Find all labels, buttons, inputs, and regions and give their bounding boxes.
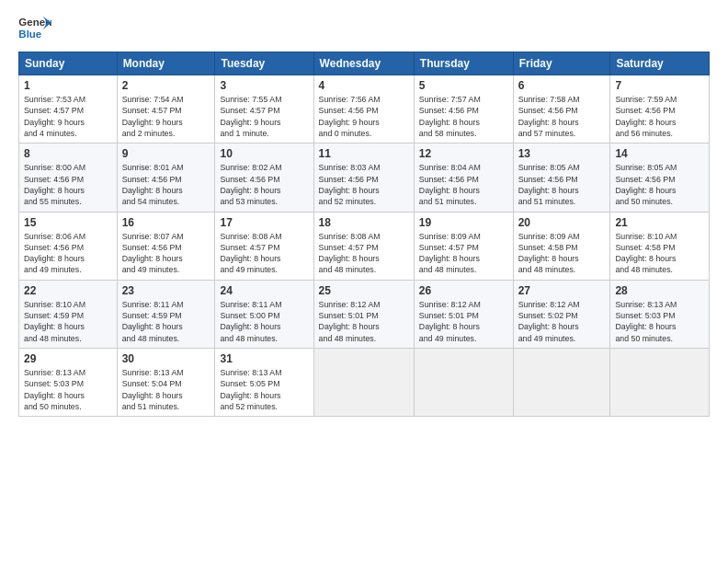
day-number: 24 xyxy=(220,284,308,297)
day-number: 12 xyxy=(419,147,508,160)
day-info: Sunrise: 8:13 AM Sunset: 5:04 PM Dayligh… xyxy=(122,367,210,412)
calendar-cell: 12Sunrise: 8:04 AM Sunset: 4:56 PM Dayli… xyxy=(414,144,513,212)
day-info: Sunrise: 8:13 AM Sunset: 5:03 PM Dayligh… xyxy=(615,299,704,344)
calendar-cell: 17Sunrise: 8:08 AM Sunset: 4:57 PM Dayli… xyxy=(215,212,313,280)
day-number: 5 xyxy=(419,79,508,92)
weekday-header: Thursday xyxy=(414,52,513,75)
calendar-cell: 10Sunrise: 8:02 AM Sunset: 4:56 PM Dayli… xyxy=(215,144,313,212)
calendar-table: SundayMondayTuesdayWednesdayThursdayFrid… xyxy=(18,52,710,417)
calendar-cell: 23Sunrise: 8:11 AM Sunset: 4:59 PM Dayli… xyxy=(117,280,215,348)
logo: General Blue xyxy=(18,15,51,42)
calendar-cell: 8Sunrise: 8:00 AM Sunset: 4:56 PM Daylig… xyxy=(19,144,118,212)
calendar-cell: 16Sunrise: 8:07 AM Sunset: 4:56 PM Dayli… xyxy=(117,212,215,280)
calendar-cell: 26Sunrise: 8:12 AM Sunset: 5:01 PM Dayli… xyxy=(414,280,513,348)
calendar-cell: 30Sunrise: 8:13 AM Sunset: 5:04 PM Dayli… xyxy=(117,349,215,417)
day-number: 4 xyxy=(319,79,409,92)
calendar-cell: 9Sunrise: 8:01 AM Sunset: 4:56 PM Daylig… xyxy=(117,144,215,212)
day-number: 10 xyxy=(220,147,308,160)
day-number: 31 xyxy=(220,352,308,365)
calendar-cell: 6Sunrise: 7:58 AM Sunset: 4:56 PM Daylig… xyxy=(513,75,610,144)
day-info: Sunrise: 8:08 AM Sunset: 4:57 PM Dayligh… xyxy=(220,231,308,276)
day-info: Sunrise: 8:02 AM Sunset: 4:56 PM Dayligh… xyxy=(220,162,308,207)
calendar-cell: 4Sunrise: 7:56 AM Sunset: 4:56 PM Daylig… xyxy=(313,75,414,144)
day-number: 30 xyxy=(122,352,210,365)
calendar-cell: 5Sunrise: 7:57 AM Sunset: 4:56 PM Daylig… xyxy=(414,75,513,144)
day-info: Sunrise: 8:12 AM Sunset: 5:01 PM Dayligh… xyxy=(419,299,508,344)
day-info: Sunrise: 8:04 AM Sunset: 4:56 PM Dayligh… xyxy=(419,162,508,207)
calendar-cell: 19Sunrise: 8:09 AM Sunset: 4:57 PM Dayli… xyxy=(414,212,513,280)
day-info: Sunrise: 7:56 AM Sunset: 4:56 PM Dayligh… xyxy=(319,94,409,139)
day-info: Sunrise: 8:10 AM Sunset: 4:58 PM Dayligh… xyxy=(615,231,704,276)
day-info: Sunrise: 8:12 AM Sunset: 5:02 PM Dayligh… xyxy=(518,299,606,344)
calendar-cell: 25Sunrise: 8:12 AM Sunset: 5:01 PM Dayli… xyxy=(313,280,414,348)
calendar-cell xyxy=(513,349,610,417)
day-info: Sunrise: 7:57 AM Sunset: 4:56 PM Dayligh… xyxy=(419,94,508,139)
calendar-cell xyxy=(313,349,414,417)
day-number: 1 xyxy=(24,79,112,92)
day-info: Sunrise: 7:53 AM Sunset: 4:57 PM Dayligh… xyxy=(24,94,112,139)
day-number: 22 xyxy=(24,284,112,297)
day-number: 29 xyxy=(24,352,112,365)
day-info: Sunrise: 8:00 AM Sunset: 4:56 PM Dayligh… xyxy=(24,162,112,207)
day-info: Sunrise: 8:05 AM Sunset: 4:56 PM Dayligh… xyxy=(518,162,606,207)
calendar-week-row: 15Sunrise: 8:06 AM Sunset: 4:56 PM Dayli… xyxy=(19,212,710,280)
day-number: 16 xyxy=(122,216,210,229)
day-info: Sunrise: 8:09 AM Sunset: 4:58 PM Dayligh… xyxy=(518,231,606,276)
calendar-cell: 7Sunrise: 7:59 AM Sunset: 4:56 PM Daylig… xyxy=(610,75,710,144)
day-info: Sunrise: 8:05 AM Sunset: 4:56 PM Dayligh… xyxy=(615,162,704,207)
calendar-container: General Blue SundayMondayTuesdayWednesda… xyxy=(0,0,728,563)
day-number: 27 xyxy=(518,284,606,297)
weekday-header: Friday xyxy=(513,52,610,75)
day-number: 25 xyxy=(319,284,409,297)
day-info: Sunrise: 8:01 AM Sunset: 4:56 PM Dayligh… xyxy=(122,162,210,207)
day-number: 8 xyxy=(24,147,112,160)
day-number: 15 xyxy=(24,216,112,229)
calendar-header-row: SundayMondayTuesdayWednesdayThursdayFrid… xyxy=(19,52,710,75)
calendar-cell: 14Sunrise: 8:05 AM Sunset: 4:56 PM Dayli… xyxy=(610,144,710,212)
weekday-header: Wednesday xyxy=(313,52,414,75)
svg-text:Blue: Blue xyxy=(18,29,41,40)
day-number: 11 xyxy=(319,147,409,160)
day-number: 20 xyxy=(518,216,606,229)
day-number: 9 xyxy=(122,147,210,160)
day-info: Sunrise: 7:59 AM Sunset: 4:56 PM Dayligh… xyxy=(615,94,704,139)
day-number: 13 xyxy=(518,147,606,160)
day-number: 17 xyxy=(220,216,308,229)
calendar-cell: 22Sunrise: 8:10 AM Sunset: 4:59 PM Dayli… xyxy=(19,280,118,348)
weekday-header: Sunday xyxy=(19,52,118,75)
calendar-cell xyxy=(414,349,513,417)
day-info: Sunrise: 8:13 AM Sunset: 5:05 PM Dayligh… xyxy=(220,367,308,412)
calendar-cell: 1Sunrise: 7:53 AM Sunset: 4:57 PM Daylig… xyxy=(19,75,118,144)
calendar-week-row: 8Sunrise: 8:00 AM Sunset: 4:56 PM Daylig… xyxy=(19,144,710,212)
day-info: Sunrise: 8:11 AM Sunset: 4:59 PM Dayligh… xyxy=(122,299,210,344)
calendar-cell: 2Sunrise: 7:54 AM Sunset: 4:57 PM Daylig… xyxy=(117,75,215,144)
day-info: Sunrise: 8:12 AM Sunset: 5:01 PM Dayligh… xyxy=(319,299,409,344)
day-info: Sunrise: 8:09 AM Sunset: 4:57 PM Dayligh… xyxy=(419,231,508,276)
day-info: Sunrise: 8:06 AM Sunset: 4:56 PM Dayligh… xyxy=(24,231,112,276)
calendar-cell: 18Sunrise: 8:08 AM Sunset: 4:57 PM Dayli… xyxy=(313,212,414,280)
day-info: Sunrise: 7:54 AM Sunset: 4:57 PM Dayligh… xyxy=(122,94,210,139)
weekday-header: Monday xyxy=(117,52,215,75)
day-number: 14 xyxy=(615,147,704,160)
day-info: Sunrise: 8:07 AM Sunset: 4:56 PM Dayligh… xyxy=(122,231,210,276)
logo-icon: General Blue xyxy=(18,15,51,42)
calendar-cell xyxy=(610,349,710,417)
calendar-cell: 11Sunrise: 8:03 AM Sunset: 4:56 PM Dayli… xyxy=(313,144,414,212)
header: General Blue xyxy=(18,15,710,42)
day-number: 18 xyxy=(319,216,409,229)
calendar-week-row: 29Sunrise: 8:13 AM Sunset: 5:03 PM Dayli… xyxy=(19,349,710,417)
day-number: 21 xyxy=(615,216,704,229)
weekday-header: Saturday xyxy=(610,52,710,75)
day-info: Sunrise: 8:08 AM Sunset: 4:57 PM Dayligh… xyxy=(319,231,409,276)
calendar-cell: 28Sunrise: 8:13 AM Sunset: 5:03 PM Dayli… xyxy=(610,280,710,348)
calendar-cell: 21Sunrise: 8:10 AM Sunset: 4:58 PM Dayli… xyxy=(610,212,710,280)
calendar-cell: 13Sunrise: 8:05 AM Sunset: 4:56 PM Dayli… xyxy=(513,144,610,212)
weekday-header: Tuesday xyxy=(215,52,313,75)
day-info: Sunrise: 8:13 AM Sunset: 5:03 PM Dayligh… xyxy=(24,367,112,412)
day-number: 2 xyxy=(122,79,210,92)
day-number: 3 xyxy=(220,79,308,92)
day-number: 26 xyxy=(419,284,508,297)
calendar-week-row: 22Sunrise: 8:10 AM Sunset: 4:59 PM Dayli… xyxy=(19,280,710,348)
day-info: Sunrise: 7:58 AM Sunset: 4:56 PM Dayligh… xyxy=(518,94,606,139)
calendar-cell: 31Sunrise: 8:13 AM Sunset: 5:05 PM Dayli… xyxy=(215,349,313,417)
